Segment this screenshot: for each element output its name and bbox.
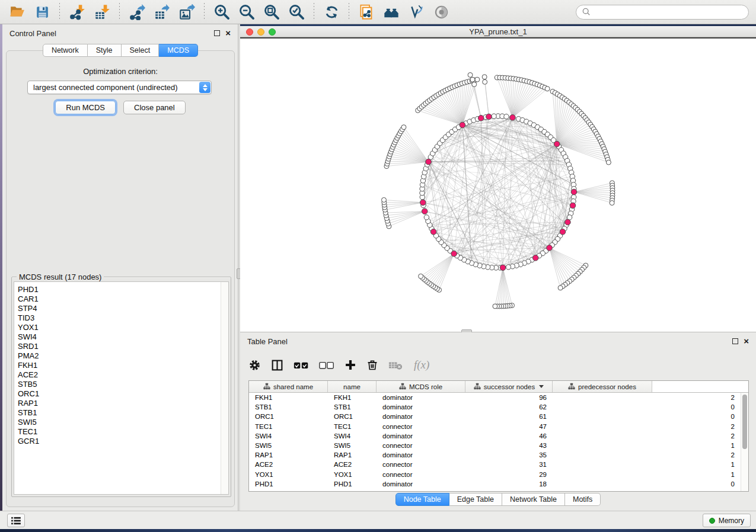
close-panel-button[interactable]: Close panel	[123, 101, 186, 114]
mcds-node[interactable]	[430, 229, 436, 235]
tab-motifs[interactable]: Motifs	[565, 493, 601, 506]
mcds-result-item[interactable]: STB5	[14, 380, 228, 389]
mcds-result-item[interactable]: ACE2	[14, 370, 228, 380]
mcds-result-item[interactable]: STB1	[14, 408, 228, 418]
tab-mcds[interactable]: MCDS	[159, 44, 198, 57]
mcds-node[interactable]	[451, 251, 457, 257]
import-network-icon[interactable]	[67, 2, 87, 22]
mcds-node[interactable]	[500, 265, 506, 271]
zoom-fit-icon[interactable]	[261, 2, 282, 22]
mcds-result-item[interactable]: ORC1	[14, 389, 228, 399]
optimization-criterion-select[interactable]: largest connected component (undirected)	[27, 81, 212, 94]
table-row[interactable]: TEC1TEC1connector472	[249, 422, 741, 431]
column-header-successor-nodes[interactable]: successor nodes	[465, 381, 553, 392]
column-header-predecessor-nodes[interactable]: predecessor nodes	[553, 381, 652, 392]
mcds-node[interactable]	[420, 200, 426, 206]
mcds-result-item[interactable]: PHD1	[14, 285, 228, 294]
mcds-node[interactable]	[565, 219, 571, 225]
mcds-node[interactable]	[426, 159, 432, 165]
mcds-result-item[interactable]: YOX1	[14, 323, 228, 332]
minimize-window-icon[interactable]	[257, 28, 264, 36]
float-panel-icon[interactable]	[732, 338, 738, 344]
select-all-columns-icon[interactable]	[294, 360, 309, 370]
result-list-scrollbar[interactable]	[221, 282, 228, 494]
close-panel-icon[interactable]: ×	[225, 30, 231, 36]
maximize-window-icon[interactable]	[269, 28, 276, 36]
delete-columns-icon[interactable]	[366, 359, 378, 371]
table-row[interactable]: SWI5SWI5connector431	[249, 441, 741, 450]
export-network-icon[interactable]	[127, 2, 147, 22]
close-panel-icon[interactable]: ×	[744, 338, 749, 344]
tab-select[interactable]: Select	[122, 44, 160, 57]
hide-graphics-details-icon[interactable]	[406, 2, 426, 22]
tab-network[interactable]: Network	[43, 44, 88, 57]
network-canvas[interactable]	[240, 37, 756, 332]
table-row[interactable]: YOX1YOX1connector291	[249, 470, 741, 479]
mcds-node[interactable]	[571, 189, 577, 195]
mcds-node[interactable]	[422, 209, 428, 214]
table-settings-icon[interactable]	[248, 359, 261, 371]
open-file-icon[interactable]	[7, 2, 27, 22]
mcds-result-item[interactable]: PMA2	[14, 351, 228, 361]
import-table-icon[interactable]	[92, 2, 112, 22]
tab-node-table[interactable]: Node Table	[395, 493, 449, 506]
table-row[interactable]: PHD1PHD1dominator180	[249, 479, 741, 489]
export-image-icon[interactable]	[177, 2, 197, 22]
mcds-result-item[interactable]: TID3	[14, 313, 228, 323]
mcds-result-item[interactable]: RAP1	[14, 399, 228, 408]
table-scrollbar-thumb[interactable]	[742, 395, 747, 449]
mcds-node[interactable]	[460, 122, 465, 128]
function-builder-icon[interactable]: f(x)	[413, 358, 433, 371]
mcds-result-item[interactable]: GCR1	[14, 437, 228, 446]
mcds-node[interactable]	[510, 115, 516, 121]
svg-text:f(x): f(x)	[414, 358, 429, 371]
apply-layout-icon[interactable]	[321, 2, 342, 22]
zoom-in-icon[interactable]	[212, 2, 232, 22]
zoom-selected-icon[interactable]	[286, 2, 307, 22]
mcds-node[interactable]	[570, 203, 576, 209]
mcds-result-item[interactable]: TEC1	[14, 427, 228, 437]
search-input[interactable]	[576, 5, 749, 20]
network-graph[interactable]	[240, 39, 756, 332]
task-history-button[interactable]	[7, 514, 25, 527]
close-window-icon[interactable]	[246, 28, 253, 36]
mcds-node[interactable]	[554, 141, 560, 147]
save-session-icon[interactable]	[32, 2, 52, 22]
mcds-node[interactable]	[560, 229, 566, 235]
mcds-node[interactable]	[486, 114, 492, 120]
tab-network-table[interactable]: Network Table	[502, 493, 565, 506]
column-header-name[interactable]: name	[328, 381, 377, 392]
zoom-out-icon[interactable]	[237, 2, 257, 22]
table-row[interactable]: SWI4SWI4dominator462	[249, 431, 741, 441]
tab-style[interactable]: Style	[88, 44, 122, 57]
create-column-icon[interactable]	[344, 359, 356, 371]
mcds-result-item[interactable]: CAR1	[14, 294, 228, 304]
mcds-result-item[interactable]: SRD1	[14, 342, 228, 351]
column-header-shared-name[interactable]: shared name	[249, 381, 328, 392]
table-row[interactable]: STB1STB1dominator620	[249, 402, 741, 412]
run-mcds-button[interactable]: Run MCDS	[55, 101, 116, 114]
mcds-result-item[interactable]: STP4	[14, 304, 228, 313]
memory-button[interactable]: Memory	[703, 514, 751, 527]
mcds-node[interactable]	[532, 255, 538, 261]
mcds-node[interactable]	[547, 245, 553, 251]
new-network-document-icon[interactable]	[356, 2, 377, 22]
table-row[interactable]: ACE2ACE2connector311	[249, 460, 741, 469]
column-header-MCDS-role[interactable]: MCDS role	[377, 381, 465, 392]
mcds-result-item[interactable]: SWI4	[14, 332, 228, 342]
tab-edge-table[interactable]: Edge Table	[449, 493, 502, 506]
delete-table-icon[interactable]	[388, 360, 403, 370]
unselect-all-columns-icon[interactable]	[319, 360, 334, 370]
mcds-result-item[interactable]: SWI5	[14, 418, 228, 427]
mcds-result-item[interactable]: FKH1	[14, 361, 228, 370]
float-panel-icon[interactable]	[214, 30, 220, 36]
show-columns-icon[interactable]	[271, 359, 283, 371]
table-row[interactable]: FKH1FKH1dominator962	[249, 393, 741, 402]
show-graphics-details-icon[interactable]	[431, 2, 451, 22]
table-row[interactable]: ORC1ORC1dominator610	[249, 412, 741, 421]
table-row[interactable]: RAP1RAP1dominator352	[249, 450, 741, 460]
first-neighbors-icon[interactable]	[381, 2, 401, 22]
mcds-node[interactable]	[478, 115, 484, 121]
export-table-icon[interactable]	[152, 2, 172, 22]
table-scrollbar[interactable]	[741, 393, 748, 491]
